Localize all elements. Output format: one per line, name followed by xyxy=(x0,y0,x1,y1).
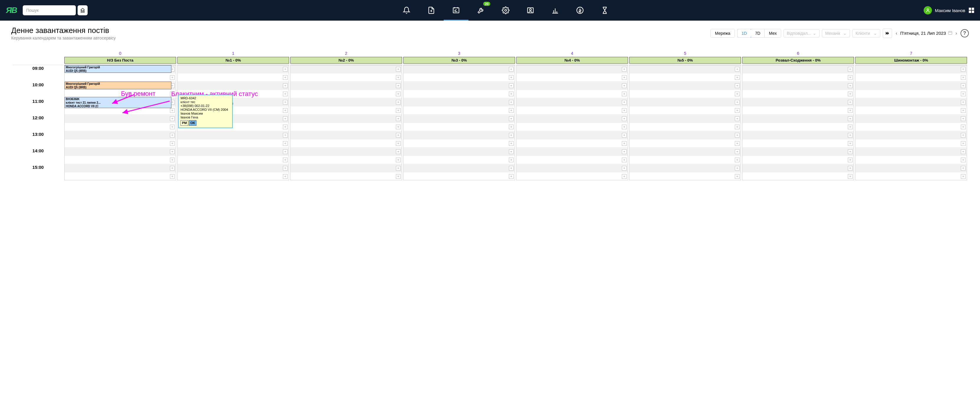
add-slot[interactable]: + xyxy=(622,149,627,154)
nav-add-doc[interactable] xyxy=(419,0,444,21)
add-slot[interactable]: + xyxy=(848,149,853,154)
add-slot[interactable]: + xyxy=(848,141,853,146)
search-input[interactable] xyxy=(23,5,76,15)
network-button[interactable]: Мережа xyxy=(711,29,734,37)
add-slot[interactable]: + xyxy=(283,133,288,138)
add-slot[interactable]: + xyxy=(622,116,627,121)
order-card[interactable]: BH3636IK клієнт тест 21 липня 2... HONDA… xyxy=(65,97,172,108)
add-slot[interactable]: + xyxy=(622,75,627,80)
add-slot[interactable]: + xyxy=(283,158,288,162)
tip-status-ok[interactable]: ОК xyxy=(189,120,196,126)
add-slot[interactable]: + xyxy=(509,75,514,80)
add-slot[interactable]: + xyxy=(396,108,401,113)
add-slot[interactable]: + xyxy=(622,141,627,146)
add-slot[interactable]: + xyxy=(509,83,514,88)
add-slot[interactable]: + xyxy=(170,133,175,138)
add-slot[interactable]: + xyxy=(735,100,740,105)
add-slot[interactable]: + xyxy=(735,75,740,80)
order-tooltip[interactable]: MRD-6342 клієнт тес +38(098) 002-01-22 H… xyxy=(178,95,233,128)
add-slot[interactable]: + xyxy=(170,141,175,146)
add-slot[interactable]: + xyxy=(848,174,853,179)
add-slot[interactable]: + xyxy=(509,100,514,105)
help-button[interactable]: ? xyxy=(961,29,969,37)
add-slot[interactable]: + xyxy=(170,116,175,121)
add-slot[interactable]: + xyxy=(735,67,740,71)
filter-clients[interactable]: Клієнти⌄ xyxy=(852,29,880,37)
add-slot[interactable]: + xyxy=(509,108,514,113)
add-slot[interactable]: + xyxy=(961,133,966,138)
add-slot[interactable]: + xyxy=(509,166,514,171)
add-slot[interactable]: + xyxy=(961,158,966,162)
add-slot[interactable]: + xyxy=(396,100,401,105)
add-slot[interactable]: + xyxy=(622,158,627,162)
add-slot[interactable]: + xyxy=(283,174,288,179)
add-slot[interactable]: + xyxy=(622,174,627,179)
add-slot[interactable]: + xyxy=(622,108,627,113)
add-slot[interactable]: + xyxy=(283,100,288,105)
add-slot[interactable]: + xyxy=(622,125,627,129)
add-slot[interactable]: + xyxy=(735,149,740,154)
add-slot[interactable]: + xyxy=(396,158,401,162)
range-1d[interactable]: 1D xyxy=(737,29,751,38)
add-slot[interactable]: + xyxy=(170,149,175,154)
add-slot[interactable]: + xyxy=(396,125,401,129)
add-slot[interactable]: + xyxy=(848,75,853,80)
add-slot[interactable]: + xyxy=(283,67,288,71)
filter-mechanic[interactable]: Механік⌄ xyxy=(822,29,850,37)
add-slot[interactable]: + xyxy=(396,92,401,96)
date-next[interactable]: › xyxy=(955,31,958,36)
add-slot[interactable]: + xyxy=(170,158,175,162)
nav-checklist[interactable] xyxy=(444,0,468,21)
date-label[interactable]: П'ятниця, 21 Лип 2023 xyxy=(900,31,946,36)
add-slot[interactable]: + xyxy=(848,92,853,96)
add-slot[interactable]: + xyxy=(283,166,288,171)
add-slot[interactable]: + xyxy=(961,75,966,80)
add-slot[interactable]: + xyxy=(283,149,288,154)
add-slot[interactable]: + xyxy=(735,166,740,171)
add-slot[interactable]: + xyxy=(848,67,853,71)
add-slot[interactable]: + xyxy=(735,125,740,129)
add-slot[interactable]: + xyxy=(735,116,740,121)
add-slot[interactable]: + xyxy=(848,166,853,171)
nav-contact[interactable] xyxy=(518,0,543,21)
add-slot[interactable]: + xyxy=(735,133,740,138)
add-slot[interactable]: + xyxy=(509,67,514,71)
add-slot[interactable]: + xyxy=(961,125,966,129)
add-slot[interactable]: + xyxy=(735,141,740,146)
add-slot[interactable]: + xyxy=(509,133,514,138)
add-slot[interactable]: + xyxy=(509,92,514,96)
add-slot[interactable]: + xyxy=(961,149,966,154)
add-slot[interactable]: + xyxy=(961,92,966,96)
add-slot[interactable]: + xyxy=(509,116,514,121)
add-slot[interactable]: + xyxy=(396,149,401,154)
add-slot[interactable]: + xyxy=(509,149,514,154)
add-slot[interactable]: + xyxy=(622,133,627,138)
calendar-icon[interactable] xyxy=(948,30,953,36)
add-slot[interactable]: + xyxy=(509,174,514,179)
add-slot[interactable]: + xyxy=(396,166,401,171)
nav-hourglass[interactable] xyxy=(592,0,617,21)
add-slot[interactable]: + xyxy=(283,141,288,146)
range-mex[interactable]: Mex xyxy=(765,29,781,37)
add-slot[interactable]: + xyxy=(961,83,966,88)
add-slot[interactable]: + xyxy=(283,92,288,96)
add-slot[interactable]: + xyxy=(735,83,740,88)
add-slot[interactable]: + xyxy=(509,125,514,129)
order-card[interactable]: Многогрішний Григорій AUDI Q5 (8RB) xyxy=(65,82,172,89)
add-slot[interactable]: + xyxy=(170,125,175,129)
apps-icon[interactable] xyxy=(969,8,974,13)
add-slot[interactable]: + xyxy=(961,141,966,146)
add-slot[interactable]: + xyxy=(622,92,627,96)
filter-responsible[interactable]: Відповідал...⌄ xyxy=(784,29,819,37)
add-slot[interactable]: + xyxy=(848,133,853,138)
add-slot[interactable]: + xyxy=(509,158,514,162)
order-card[interactable]: Многогрішний Григорій AUDI Q5 (8RB) xyxy=(65,65,172,73)
add-slot[interactable]: + xyxy=(622,67,627,71)
add-slot[interactable]: + xyxy=(961,100,966,105)
add-slot[interactable]: + xyxy=(848,125,853,129)
add-slot[interactable]: + xyxy=(848,83,853,88)
add-slot[interactable]: + xyxy=(735,92,740,96)
nav-bell[interactable] xyxy=(394,0,419,21)
nav-settings[interactable] xyxy=(493,0,518,21)
add-slot[interactable]: + xyxy=(283,108,288,113)
